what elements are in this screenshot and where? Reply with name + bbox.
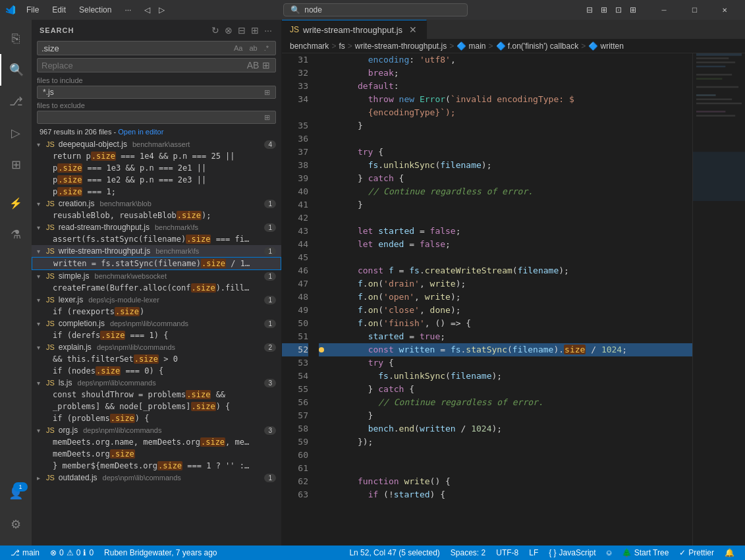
result-item[interactable]: } member${memDeets.org.size === 1 ? '' :… xyxy=(32,460,281,472)
file-header-readstream[interactable]: ▾ JS read-stream-throughput.js benchmark… xyxy=(32,221,281,233)
dismiss-result-btn[interactable]: ✕ xyxy=(254,330,264,341)
dismiss-result-btn[interactable]: ✕ xyxy=(254,151,264,161)
activity-search[interactable]: 🔍 xyxy=(0,54,32,86)
open-editor-btn[interactable]: ⊞ xyxy=(250,25,260,36)
code-content[interactable]: encoding: 'utf8', break; default: throw … xyxy=(314,53,692,546)
preserve-case-btn[interactable]: ⊞ xyxy=(261,60,271,70)
result-item[interactable]: memDeets.org.name, memDeets.org.size, me… xyxy=(32,436,281,448)
file-header-lexer[interactable]: ▾ JS lexer.js deps\cjs-module-lexer 1 xyxy=(32,294,281,306)
file-header-org[interactable]: ▾ JS org.js deps\npm\lib\commands 3 xyxy=(32,424,281,436)
files-include-row[interactable]: ⊞ xyxy=(37,86,276,99)
result-item[interactable]: p.size === 1e3 && p.n === 2e1 || ✕ ⇄ xyxy=(32,162,281,174)
git-branch[interactable]: ⎇ main xyxy=(5,548,45,557)
replace-result-btn[interactable]: ⇄ xyxy=(265,258,275,269)
result-item[interactable]: if (nodes.size === 0) { ✕ ⇄ xyxy=(32,365,281,377)
dismiss-result-btn[interactable]: ✕ xyxy=(254,389,264,400)
exclude-glob-btn[interactable]: ⊞ xyxy=(264,113,270,122)
replace-result-btn[interactable]: ⇄ xyxy=(265,366,276,376)
file-header-outdated[interactable]: ▸ JS outdated.js deps\npm\lib\commands 1 xyxy=(32,472,281,484)
replace-result-btn[interactable]: ⇄ xyxy=(265,163,276,173)
replace-result-btn[interactable]: ⇄ xyxy=(265,401,276,412)
search-input[interactable] xyxy=(41,43,229,53)
git-author[interactable]: Ruben Bridgewater, 7 years ago xyxy=(99,548,222,557)
use-glob-btn[interactable]: ⊞ xyxy=(264,88,270,97)
dismiss-result-btn[interactable]: ✕ xyxy=(254,234,264,244)
dismiss-result-btn[interactable]: ✕ xyxy=(254,437,264,447)
dismiss-result-btn[interactable]: ✕ xyxy=(254,366,264,376)
files-include-input[interactable] xyxy=(43,88,262,97)
notification-bell[interactable]: 🔔 xyxy=(719,548,740,557)
files-exclude-row[interactable]: ⊞ xyxy=(37,111,276,124)
replace-result-btn[interactable]: ⇄ xyxy=(265,186,276,197)
dismiss-result-btn[interactable]: ✕ xyxy=(254,401,264,412)
forward-button[interactable]: ▷ xyxy=(156,5,167,15)
breadcrumb-written[interactable]: 🔷 written xyxy=(588,42,624,51)
file-header-explain[interactable]: ▾ JS explain.js deps\npm\lib\commands 2 xyxy=(32,341,281,353)
replace-result-btn[interactable]: ⇄ xyxy=(265,210,276,221)
layout-btn3[interactable]: ⊡ xyxy=(613,5,624,15)
replace-input-row[interactable]: AB ⊞ xyxy=(37,58,276,72)
layout-btn4[interactable]: ⊞ xyxy=(628,5,638,15)
maximize-button[interactable]: ☐ xyxy=(679,0,709,20)
activity-source-control[interactable]: ⎇ xyxy=(0,86,32,117)
dismiss-result-btn[interactable]: ✕ xyxy=(254,449,264,459)
result-item[interactable]: if (problems.size) { ✕ ⇄ xyxy=(32,412,281,424)
replace-result-btn[interactable]: ⇄ xyxy=(265,437,276,447)
file-header-completion[interactable]: ▾ JS completion.js deps\npm\lib\commands… xyxy=(32,318,281,329)
breadcrumb-fs[interactable]: fs xyxy=(339,42,345,51)
result-item[interactable]: memDeets.org.size ✕ ⇄ xyxy=(32,448,281,460)
case-sensitive-toggle[interactable]: Aa xyxy=(231,43,245,53)
collapse-all-btn[interactable]: ⊟ xyxy=(236,25,247,36)
result-item[interactable]: if (derefs.size === 1) { ✕ ⇄ xyxy=(32,329,281,341)
replace-result-btn[interactable]: ⇄ xyxy=(265,330,276,341)
replace-input[interactable] xyxy=(41,61,245,70)
whole-word-toggle[interactable]: ab xyxy=(246,43,260,53)
result-item[interactable]: const shouldThrow = problems.size && ✕ ⇄ xyxy=(32,389,281,401)
replace-result-btn[interactable]: ⇄ xyxy=(265,389,276,400)
dismiss-result-btn[interactable]: ✕ xyxy=(254,163,264,173)
result-item[interactable]: if (reexports.size) ✕ ⇄ xyxy=(32,306,281,318)
dismiss-result-btn[interactable]: ✕ xyxy=(254,175,264,185)
file-header-simple[interactable]: ▾ JS simple.js benchmark\websocket 1 xyxy=(32,270,281,282)
refresh-results-btn[interactable]: ↻ xyxy=(210,25,221,36)
dismiss-result-btn[interactable]: ✕ xyxy=(253,258,263,269)
replace-result-btn[interactable]: ⇄ xyxy=(265,151,276,161)
result-item[interactable]: assert(fs.statSync(filename).size === fi… xyxy=(32,233,281,245)
menu-more[interactable]: ··· xyxy=(119,4,136,16)
result-item[interactable]: createFrame(Buffer.alloc(conf.size).fill… xyxy=(32,282,281,294)
back-button[interactable]: ◁ xyxy=(142,5,152,15)
replace-result-btn[interactable]: ⇄ xyxy=(265,413,276,424)
regex-toggle[interactable]: .* xyxy=(262,43,271,53)
start-tree-status[interactable]: 🌲 Start Tree xyxy=(617,548,675,557)
global-search-bar[interactable]: 🔍 node xyxy=(283,3,468,16)
clear-results-btn[interactable]: ⊗ xyxy=(223,25,234,36)
dismiss-result-btn[interactable]: ✕ xyxy=(254,306,264,317)
replace-result-btn[interactable]: ⇄ xyxy=(265,175,276,185)
search-input-row[interactable]: Aa ab .* xyxy=(37,41,276,55)
result-item[interactable]: p.size === 1; ✕ ⇄ xyxy=(32,186,281,198)
breadcrumb-file[interactable]: write-stream-throughput.js xyxy=(355,42,447,51)
prettier-status[interactable]: ✓ Prettier xyxy=(674,548,719,557)
replace-result-btn[interactable]: ⇄ xyxy=(265,306,276,317)
replace-result-btn[interactable]: ⇄ xyxy=(265,234,276,244)
minimize-button[interactable]: ─ xyxy=(649,0,679,20)
activity-settings[interactable]: ⚙ xyxy=(0,509,32,540)
result-item[interactable]: reusableBlob, reusableBlob.size); ✕ ⇄ xyxy=(32,210,281,221)
activity-extensions[interactable]: ⊞ xyxy=(0,149,32,181)
tab-write-stream[interactable]: JS write-stream-throughput.js ✕ xyxy=(282,20,427,39)
language-status[interactable]: { } JavaScript xyxy=(543,548,601,557)
file-header-writestream[interactable]: ▾ JS write-stream-throughput.js benchmar… xyxy=(32,245,281,257)
dismiss-result-btn[interactable]: ✕ xyxy=(254,186,264,197)
result-item[interactable]: written = fs.statSync(filename).size / 1… xyxy=(32,257,281,270)
breadcrumb-callback[interactable]: 🔷 f.on('finish') callback xyxy=(496,42,579,51)
tab-close-btn[interactable]: ✕ xyxy=(408,24,418,35)
close-button[interactable]: ✕ xyxy=(709,0,740,20)
activity-explorer[interactable]: ⎘ xyxy=(0,22,32,54)
result-item[interactable]: && this.filterSet.size > 0 ✕ ⇄ xyxy=(32,353,281,365)
replace-result-btn[interactable]: ⇄ xyxy=(265,283,276,293)
replace-toggle[interactable]: AB xyxy=(248,60,258,70)
activity-testing[interactable]: ⚗ xyxy=(0,219,32,250)
dismiss-result-btn[interactable]: ✕ xyxy=(254,283,264,293)
replace-result-btn[interactable]: ⇄ xyxy=(265,354,276,364)
dismiss-result-btn[interactable]: ✕ xyxy=(254,354,264,364)
